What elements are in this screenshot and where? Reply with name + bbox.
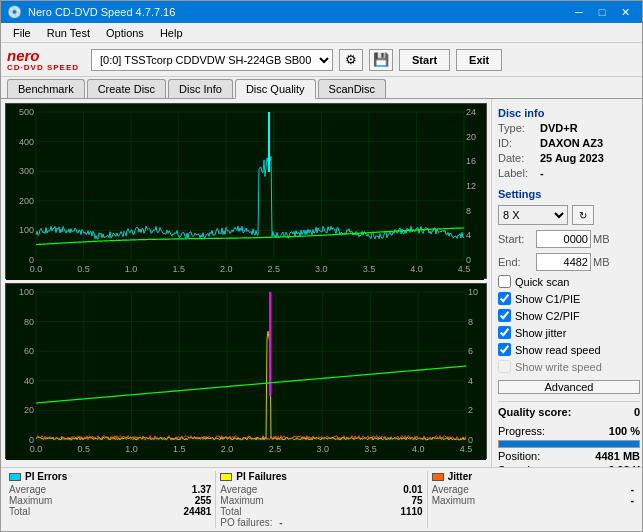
quick-scan-label: Quick scan [515,276,569,288]
progress-label: Progress: [498,425,545,437]
menu-run-test[interactable]: Run Test [39,25,98,41]
minimize-button[interactable]: ─ [568,4,590,20]
pif-avg-label: Average [220,484,257,495]
advanced-button[interactable]: Advanced [498,380,640,394]
type-row: Type: DVD+R [498,122,640,134]
start-button[interactable]: Start [399,49,450,71]
window-title: Nero CD-DVD Speed 4.7.7.16 [28,6,175,18]
chart-top [5,103,487,279]
pi-errors-legend [9,473,21,481]
pif-max-value: 75 [412,495,423,506]
quality-score-row: Quality score: 0 [498,401,640,418]
id-label: ID: [498,137,536,149]
show-jitter-label: Show jitter [515,327,566,339]
quality-score-value: 0 [634,406,640,418]
end-input[interactable] [536,253,591,271]
tab-create-disc[interactable]: Create Disc [87,79,166,98]
show-jitter-checkbox[interactable] [498,326,511,339]
title-bar-left: 💿 Nero CD-DVD Speed 4.7.7.16 [7,5,175,19]
pi-failures-group: PI Failures Average 0.01 Maximum 75 Tota… [216,471,427,528]
menu-help[interactable]: Help [152,25,191,41]
jit-avg-value: - [631,484,634,495]
pi-failures-legend [220,473,232,481]
close-button[interactable]: ✕ [614,4,636,20]
start-label: Start: [498,233,534,245]
end-mb-row: End: MB [498,253,640,271]
quality-score-label: Quality score: [498,406,571,418]
chart-bottom [5,283,487,459]
sidebar: Disc info Type: DVD+R ID: DAXON AZ3 Date… [491,99,642,467]
main-window: 💿 Nero CD-DVD Speed 4.7.7.16 ─ □ ✕ File … [0,0,643,532]
id-value: DAXON AZ3 [540,137,603,149]
pi-failures-title: PI Failures [236,471,287,482]
show-write-speed-label: Show write speed [515,361,602,373]
tab-scan-disc[interactable]: ScanDisc [318,79,386,98]
speed-select[interactable]: 8 X [498,205,568,225]
progress-bar-outer [498,440,640,448]
pi-avg-label: Average [9,484,46,495]
show-c1pie-row: Show C1/PIE [498,292,640,305]
tab-disc-info[interactable]: Disc Info [168,79,233,98]
start-input[interactable] [536,230,591,248]
drive-select[interactable]: [0:0] TSSTcorp CDDVDW SH-224GB SB00 [91,49,333,71]
toolbar: nero CD·DVD SPEED [0:0] TSSTcorp CDDVDW … [1,43,642,77]
position-row: Position: 4481 MB [498,450,640,462]
refresh-button[interactable]: ↻ [572,205,594,225]
quick-scan-checkbox[interactable] [498,275,511,288]
pi-avg-value: 1.37 [192,484,211,495]
pif-total-label: Total [220,506,241,517]
progress-section: Progress: 100 % Position: 4481 MB Speed:… [498,425,640,467]
tab-benchmark[interactable]: Benchmark [7,79,85,98]
jit-avg-label: Average [432,484,469,495]
date-row: Date: 25 Aug 2023 [498,152,640,164]
show-write-speed-row: Show write speed [498,360,640,373]
progress-row: Progress: 100 % [498,425,640,437]
pif-avg-value: 0.01 [403,484,422,495]
end-unit: MB [593,256,610,268]
show-c2pif-checkbox[interactable] [498,309,511,322]
logo-sub: CD·DVD SPEED [7,63,79,72]
pif-max-label: Maximum [220,495,263,506]
show-c1pie-checkbox[interactable] [498,292,511,305]
date-value: 25 Aug 2023 [540,152,604,164]
quick-scan-row: Quick scan [498,275,640,288]
jit-max-label: Maximum [432,495,475,506]
disc-label-label: Label: [498,167,536,179]
disc-info-title: Disc info [498,107,640,119]
title-bar-controls: ─ □ ✕ [568,4,636,20]
jitter-legend [432,473,444,481]
maximize-button[interactable]: □ [591,4,613,20]
chart-canvas-1 [6,104,484,280]
logo: nero CD·DVD SPEED [7,48,79,72]
pi-max-label: Maximum [9,495,52,506]
id-row: ID: DAXON AZ3 [498,137,640,149]
pi-errors-group: PI Errors Average 1.37 Maximum 255 Total… [5,471,216,528]
position-label: Position: [498,450,540,462]
settings-title: Settings [498,188,640,200]
type-label: Type: [498,122,536,134]
chart-canvas-2 [6,284,486,460]
menu-options[interactable]: Options [98,25,152,41]
disc-label-value: - [540,167,544,179]
pif-total-value: 1110 [400,506,422,517]
disc-label-row: Label: - [498,167,640,179]
jitter-group: Jitter Average - Maximum - [428,471,638,528]
pi-total-value: 24481 [184,506,212,517]
show-write-speed-checkbox[interactable] [498,360,511,373]
show-c2pif-row: Show C2/PIF [498,309,640,322]
start-unit: MB [593,233,610,245]
tab-disc-quality[interactable]: Disc Quality [235,79,316,99]
pi-errors-title: PI Errors [25,471,67,482]
po-failures-row: PO failures: - [220,517,422,528]
menu-file[interactable]: File [5,25,39,41]
logo-text: nero [7,48,79,63]
position-value: 4481 MB [595,450,640,462]
pi-max-value: 255 [195,495,212,506]
stats-footer: PI Errors Average 1.37 Maximum 255 Total… [1,467,642,531]
show-read-speed-checkbox[interactable] [498,343,511,356]
exit-button[interactable]: Exit [456,49,502,71]
settings-icon-btn[interactable]: ⚙ [339,49,363,71]
save-icon-btn[interactable]: 💾 [369,49,393,71]
speed-row: 8 X ↻ [498,205,640,225]
progress-value: 100 % [609,425,640,437]
